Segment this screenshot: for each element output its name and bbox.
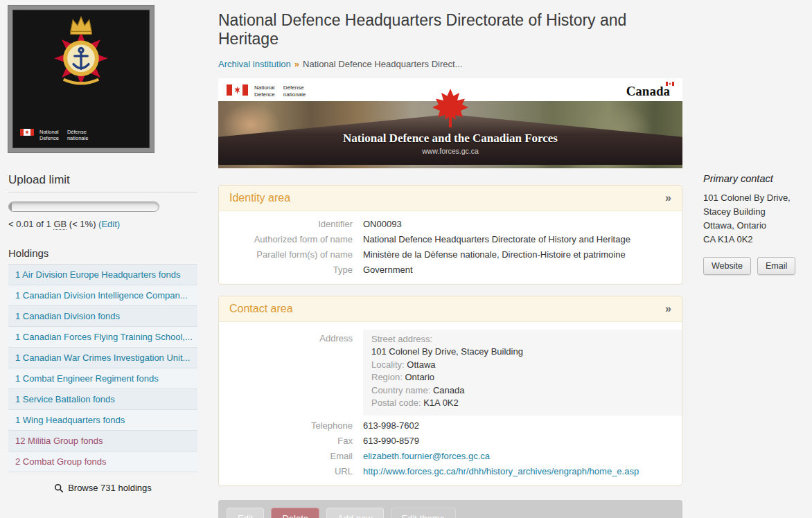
upload-progress-bar (8, 202, 159, 212)
wordmark-flag-icon (666, 82, 674, 86)
holding-link[interactable]: 1 Canadian War Crimes Investigation Unit… (15, 352, 190, 363)
identity-area-title: Identity area (229, 192, 290, 204)
banner-dept-fr: Défense (283, 84, 306, 91)
holding-link[interactable]: 1 Canadian Division Intelligence Compan.… (15, 290, 188, 301)
field-label: URL (229, 466, 353, 476)
breadcrumb-parent-link[interactable]: Archival institution (218, 59, 291, 69)
holding-link[interactable]: 1 Wing Headquarters fonds (15, 415, 125, 425)
canada-flag-icon (20, 129, 34, 136)
holding-link[interactable]: 2 Combat Group fonds (15, 456, 107, 467)
contact-line: Stacey Building (703, 205, 807, 219)
breadcrumb-current: National Defence Headquarters Direct... (303, 59, 463, 69)
holding-link[interactable]: 1 Service Battalion fonds (15, 394, 115, 404)
identity-field-row: Type Government (219, 262, 682, 277)
identity-area-body: Identifier ON00093 Authorized form of na… (219, 211, 682, 284)
address-block: Street address: 101 Colonel By Drive, St… (363, 330, 682, 416)
canada-flag-icon (227, 84, 248, 96)
address-line: Country name: Canada (371, 384, 673, 398)
holding-list-item: 1 Wing Headquarters fonds (8, 410, 197, 431)
field-label: Address (229, 330, 353, 416)
action-bar: Edit Delete Add new Edit theme (218, 500, 682, 518)
address-sub-value: Ontario (405, 372, 434, 382)
address-row: Address Street address: 101 Colonel By D… (219, 327, 682, 418)
banner-url: www.forces.gc.ca (218, 147, 682, 155)
field-value: 613-990-8579 (363, 436, 419, 446)
holding-list-item: 1 Service Battalion fonds (8, 389, 197, 410)
contact-fields: Telephone 613-998-7602 Fax 613-990-8579 … (219, 418, 682, 479)
institution-logo: National Defence Défense nationale (8, 6, 154, 152)
holding-link[interactable]: 12 Militia Group fonds (15, 436, 103, 446)
canada-wordmark: Canada (626, 84, 670, 99)
holding-list-item: 2 Combat Group fonds (8, 452, 197, 472)
upload-edit-link[interactable]: (Edit) (98, 219, 120, 229)
address-line: Postal code: K1A 0K2 (371, 397, 673, 410)
holding-list-item: 12 Militia Group fonds (8, 431, 197, 452)
address-line: Locality: Ottawa (371, 359, 673, 372)
holding-list-item: 1 Canadian Division Intelligence Compan.… (8, 285, 197, 306)
contact-field-row: URL http://www.forces.gc.ca/hr/dhh/histo… (219, 463, 682, 479)
upload-limit-heading: Upload limit (8, 173, 197, 193)
field-label: Identifier (229, 219, 353, 229)
logo-fip: National Defence Défense nationale (20, 129, 88, 141)
contact-field-row: Email elizabeth.fournier@forces.gc.ca (219, 448, 682, 463)
institution-banner: National Defence Défense nationale Canad… (218, 78, 682, 168)
contact-field-row: Fax 613-990-8579 (219, 433, 682, 448)
holding-list-item: 1 Air Division Europe Headquarters fonds (8, 265, 197, 285)
field-label: Email (229, 451, 353, 461)
holding-list-item: 1 Combat Engineer Regiment fonds (8, 368, 197, 389)
field-value[interactable]: http://www.forces.gc.ca/hr/dhh/history_a… (363, 466, 639, 476)
expand-icon[interactable]: » (665, 303, 671, 315)
primary-contact-heading: Primary contact (703, 173, 807, 184)
primary-contact-address: 101 Colonel By Drive, Stacey Building Ot… (703, 191, 807, 247)
address-sub-label: Postal code: (371, 398, 421, 408)
holding-list-item: 1 Canadian Forces Flying Training School… (8, 327, 197, 348)
field-label: Authorized form of name (229, 234, 353, 244)
field-label: Parallel form(s) of name (229, 249, 353, 260)
field-value: National Defence Headquarters Directorat… (363, 234, 630, 244)
contact-area-section: Contact area » Address Street address: 1… (218, 296, 682, 486)
contact-line: 101 Colonel By Drive, (703, 191, 807, 205)
expand-icon[interactable]: » (665, 192, 671, 204)
field-label: Telephone (229, 420, 353, 431)
holding-link[interactable]: 1 Canadian Forces Flying Training School… (15, 332, 193, 342)
holding-link[interactable]: 1 Air Division Europe Headquarters fonds (15, 269, 180, 280)
field-value[interactable]: elizabeth.fournier@forces.gc.ca (363, 451, 490, 461)
address-sub-label: Locality: (371, 359, 405, 370)
edit-theme-button[interactable]: Edit theme (391, 508, 456, 518)
address-sub-value: K1A 0K2 (423, 398, 459, 408)
search-icon (54, 483, 64, 493)
gb-abbr: GB (53, 219, 67, 230)
identity-area-section: Identity area » Identifier ON00093 Autho… (218, 185, 682, 285)
contact-line: Ottawa, Ontario (703, 219, 807, 233)
field-value: 613-998-7602 (363, 420, 419, 431)
address-sub-label: Street address: (371, 334, 432, 344)
upload-progress-fill (9, 202, 12, 211)
maple-leaf-icon (430, 87, 470, 130)
holding-link[interactable]: 1 Combat Engineer Regiment fonds (15, 373, 159, 384)
primary-contact-panel: Primary contact 101 Colonel By Drive, St… (703, 173, 807, 275)
identity-field-row: Authorized form of name National Defence… (219, 231, 682, 247)
holdings-heading: Holdings (8, 247, 197, 265)
holding-list-item: 1 Canadian Division fonds (8, 306, 197, 327)
holding-link[interactable]: 1 Canadian Division fonds (15, 311, 120, 321)
edit-button[interactable]: Edit (227, 508, 264, 518)
address-sub-value: Ottawa (407, 359, 435, 370)
contact-area-body: Address Street address: 101 Colonel By D… (219, 322, 682, 485)
identity-area-header: Identity area » (219, 186, 682, 211)
email-button[interactable]: Email (757, 257, 795, 275)
identity-field-row: Parallel form(s) of name Ministère de la… (219, 247, 682, 262)
browse-holdings-link[interactable]: Browse 731 holdings (8, 483, 197, 493)
website-button[interactable]: Website (703, 257, 751, 275)
forces-crest-icon (40, 13, 122, 98)
field-label: Type (229, 265, 353, 275)
contact-buttons: Website Email (703, 257, 807, 275)
address-sub-value: Canada (433, 385, 465, 395)
contact-area-header: Contact area » (219, 296, 682, 322)
address-sub-label: Region: (371, 372, 403, 382)
banner-fip: National Defence Défense nationale (227, 84, 306, 98)
logo-dept-en: National (39, 129, 59, 135)
holding-list-item: 1 Canadian War Crimes Investigation Unit… (8, 348, 197, 368)
add-new-button[interactable]: Add new (326, 508, 384, 518)
contact-line: CA K1A 0K2 (703, 233, 807, 247)
delete-button[interactable]: Delete (271, 508, 319, 518)
